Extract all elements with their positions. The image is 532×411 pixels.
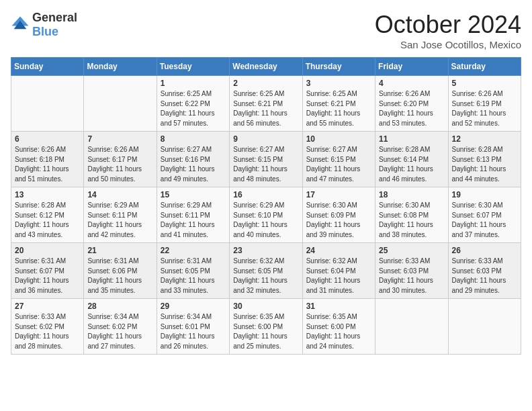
day-info: Sunrise: 6:28 AMSunset: 6:12 PMDaylight:…	[15, 201, 80, 240]
day-info: Sunrise: 6:34 AMSunset: 6:01 PMDaylight:…	[161, 312, 226, 351]
calendar-day-cell: 25Sunrise: 6:33 AMSunset: 6:03 PMDayligh…	[375, 243, 448, 299]
calendar-day-cell: 1Sunrise: 6:25 AMSunset: 6:22 PMDaylight…	[157, 76, 229, 132]
day-number: 4	[379, 79, 444, 88]
day-info: Sunrise: 6:27 AMSunset: 6:15 PMDaylight:…	[233, 145, 298, 184]
calendar-day-cell: 15Sunrise: 6:29 AMSunset: 6:11 PMDayligh…	[157, 187, 229, 243]
title-block: October 2024 San Jose Ocotillos, Mexico	[375, 11, 521, 50]
logo-text-blue: Blue	[32, 25, 58, 38]
calendar-day-cell: 26Sunrise: 6:33 AMSunset: 6:03 PMDayligh…	[448, 243, 521, 299]
calendar-day-cell: 31Sunrise: 6:35 AMSunset: 6:00 PMDayligh…	[302, 299, 375, 355]
weekday-header-sunday: Sunday	[11, 58, 84, 76]
calendar-day-cell: 23Sunrise: 6:32 AMSunset: 6:05 PMDayligh…	[230, 243, 302, 299]
day-info: Sunrise: 6:28 AMSunset: 6:14 PMDaylight:…	[379, 145, 444, 184]
day-number: 27	[15, 302, 80, 311]
calendar-day-cell	[448, 299, 521, 355]
day-info: Sunrise: 6:29 AMSunset: 6:11 PMDaylight:…	[87, 201, 152, 240]
calendar-day-cell: 10Sunrise: 6:27 AMSunset: 6:15 PMDayligh…	[302, 132, 375, 187]
day-info: Sunrise: 6:29 AMSunset: 6:11 PMDaylight:…	[161, 201, 226, 240]
calendar-day-cell: 22Sunrise: 6:31 AMSunset: 6:05 PMDayligh…	[157, 243, 229, 299]
day-info: Sunrise: 6:25 AMSunset: 6:21 PMDaylight:…	[306, 89, 371, 128]
calendar-day-cell: 2Sunrise: 6:25 AMSunset: 6:21 PMDaylight…	[230, 76, 302, 132]
day-info: Sunrise: 6:26 AMSunset: 6:17 PMDaylight:…	[87, 145, 152, 184]
calendar-day-cell	[84, 76, 157, 132]
weekday-header-tuesday: Tuesday	[157, 58, 229, 76]
day-info: Sunrise: 6:29 AMSunset: 6:10 PMDaylight:…	[233, 201, 298, 240]
day-number: 2	[233, 79, 298, 88]
day-number: 31	[306, 302, 371, 311]
day-number: 20	[15, 246, 80, 255]
day-info: Sunrise: 6:26 AMSunset: 6:19 PMDaylight:…	[452, 89, 517, 128]
day-number: 24	[306, 246, 371, 255]
calendar-day-cell: 28Sunrise: 6:34 AMSunset: 6:02 PMDayligh…	[84, 299, 157, 355]
day-number: 14	[87, 190, 152, 199]
calendar-day-cell: 9Sunrise: 6:27 AMSunset: 6:15 PMDaylight…	[230, 132, 302, 187]
day-info: Sunrise: 6:27 AMSunset: 6:16 PMDaylight:…	[161, 145, 226, 184]
calendar-day-cell: 21Sunrise: 6:31 AMSunset: 6:06 PMDayligh…	[84, 243, 157, 299]
day-info: Sunrise: 6:31 AMSunset: 6:06 PMDaylight:…	[87, 257, 152, 295]
logo-icon	[11, 15, 30, 34]
day-number: 18	[379, 190, 444, 199]
day-number: 23	[233, 246, 298, 255]
day-number: 1	[161, 79, 226, 88]
calendar-day-cell: 11Sunrise: 6:28 AMSunset: 6:14 PMDayligh…	[375, 132, 448, 187]
calendar-day-cell: 29Sunrise: 6:34 AMSunset: 6:01 PMDayligh…	[157, 299, 229, 355]
day-number: 12	[452, 134, 517, 144]
day-info: Sunrise: 6:25 AMSunset: 6:21 PMDaylight:…	[233, 89, 298, 128]
calendar-day-cell: 8Sunrise: 6:27 AMSunset: 6:16 PMDaylight…	[157, 132, 229, 187]
day-number: 22	[161, 246, 226, 255]
day-info: Sunrise: 6:33 AMSunset: 6:02 PMDaylight:…	[15, 312, 80, 351]
calendar-day-cell: 7Sunrise: 6:26 AMSunset: 6:17 PMDaylight…	[84, 132, 157, 187]
calendar-table: SundayMondayTuesdayWednesdayThursdayFrid…	[11, 57, 521, 355]
calendar-week-row: 13Sunrise: 6:28 AMSunset: 6:12 PMDayligh…	[11, 187, 521, 243]
day-info: Sunrise: 6:30 AMSunset: 6:08 PMDaylight:…	[379, 201, 444, 240]
day-number: 21	[87, 246, 152, 255]
day-number: 13	[15, 190, 80, 199]
day-info: Sunrise: 6:32 AMSunset: 6:05 PMDaylight:…	[233, 257, 298, 295]
day-info: Sunrise: 6:28 AMSunset: 6:13 PMDaylight:…	[452, 145, 517, 184]
calendar-day-cell: 18Sunrise: 6:30 AMSunset: 6:08 PMDayligh…	[375, 187, 448, 243]
logo: General Blue	[11, 11, 77, 39]
day-info: Sunrise: 6:27 AMSunset: 6:15 PMDaylight:…	[306, 145, 371, 184]
day-number: 16	[233, 190, 298, 199]
day-number: 7	[87, 134, 152, 144]
calendar-day-cell: 4Sunrise: 6:26 AMSunset: 6:20 PMDaylight…	[375, 76, 448, 132]
day-number: 29	[161, 302, 226, 311]
calendar-day-cell: 17Sunrise: 6:30 AMSunset: 6:09 PMDayligh…	[302, 187, 375, 243]
day-info: Sunrise: 6:34 AMSunset: 6:02 PMDaylight:…	[87, 312, 152, 351]
day-number: 25	[379, 246, 444, 255]
logo-text-general: General	[32, 11, 77, 24]
day-info: Sunrise: 6:26 AMSunset: 6:18 PMDaylight:…	[15, 145, 80, 184]
day-info: Sunrise: 6:26 AMSunset: 6:20 PMDaylight:…	[379, 89, 444, 128]
day-info: Sunrise: 6:35 AMSunset: 6:00 PMDaylight:…	[233, 312, 298, 351]
day-number: 8	[161, 134, 226, 144]
calendar-day-cell: 3Sunrise: 6:25 AMSunset: 6:21 PMDaylight…	[302, 76, 375, 132]
day-info: Sunrise: 6:33 AMSunset: 6:03 PMDaylight:…	[452, 257, 517, 295]
day-info: Sunrise: 6:31 AMSunset: 6:05 PMDaylight:…	[161, 257, 226, 295]
weekday-header-thursday: Thursday	[302, 58, 375, 76]
day-number: 11	[379, 134, 444, 144]
day-info: Sunrise: 6:30 AMSunset: 6:07 PMDaylight:…	[452, 201, 517, 240]
day-number: 28	[87, 302, 152, 311]
day-info: Sunrise: 6:30 AMSunset: 6:09 PMDaylight:…	[306, 201, 371, 240]
day-number: 17	[306, 190, 371, 199]
calendar-week-row: 6Sunrise: 6:26 AMSunset: 6:18 PMDaylight…	[11, 132, 521, 187]
calendar-day-cell: 30Sunrise: 6:35 AMSunset: 6:00 PMDayligh…	[230, 299, 302, 355]
day-number: 30	[233, 302, 298, 311]
day-info: Sunrise: 6:31 AMSunset: 6:07 PMDaylight:…	[15, 257, 80, 295]
page-container: General Blue October 2024 San Jose Ocoti…	[0, 0, 532, 361]
page-header: General Blue October 2024 San Jose Ocoti…	[11, 11, 521, 50]
calendar-week-row: 20Sunrise: 6:31 AMSunset: 6:07 PMDayligh…	[11, 243, 521, 299]
calendar-day-cell: 6Sunrise: 6:26 AMSunset: 6:18 PMDaylight…	[11, 132, 84, 187]
calendar-day-cell: 20Sunrise: 6:31 AMSunset: 6:07 PMDayligh…	[11, 243, 84, 299]
calendar-week-row: 1Sunrise: 6:25 AMSunset: 6:22 PMDaylight…	[11, 76, 521, 132]
calendar-day-cell: 5Sunrise: 6:26 AMSunset: 6:19 PMDaylight…	[448, 76, 521, 132]
weekday-header-wednesday: Wednesday	[230, 58, 302, 76]
day-number: 3	[306, 79, 371, 88]
calendar-day-cell: 16Sunrise: 6:29 AMSunset: 6:10 PMDayligh…	[230, 187, 302, 243]
day-number: 26	[452, 246, 517, 255]
day-number: 10	[306, 134, 371, 144]
day-number: 15	[161, 190, 226, 199]
weekday-header-row: SundayMondayTuesdayWednesdayThursdayFrid…	[11, 58, 521, 76]
day-info: Sunrise: 6:35 AMSunset: 6:00 PMDaylight:…	[306, 312, 371, 351]
day-number: 6	[15, 134, 80, 144]
